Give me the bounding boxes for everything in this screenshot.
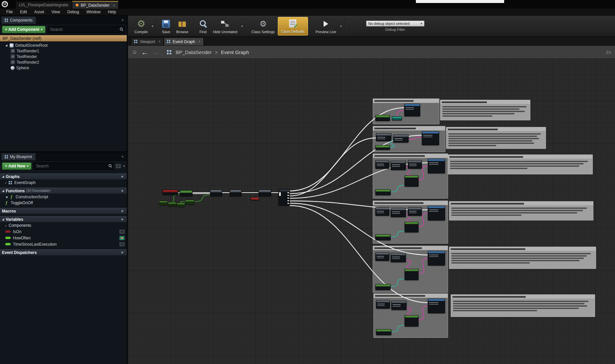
toolbar-button-browse[interactable]: Browse xyxy=(173,17,192,35)
section-header-functions[interactable]: ◢Functions(20 Overridable)+ xyxy=(0,188,127,194)
blueprint-node-gray[interactable] xyxy=(391,161,406,170)
eye-icon[interactable] xyxy=(119,229,125,234)
toolbar-button-hide-unrelated[interactable]: Hide Unrelated xyxy=(210,17,240,35)
toolbar-button-save[interactable]: Save xyxy=(159,17,173,35)
blueprint-node-green-pure[interactable] xyxy=(168,202,177,206)
blueprint-node-red[interactable] xyxy=(163,190,178,195)
blueprint-node-blue[interactable] xyxy=(428,251,445,266)
menu-item-help[interactable]: Help xyxy=(104,9,120,16)
blueprint-node-gray[interactable] xyxy=(393,135,409,143)
debug-object-select[interactable]: No debug object selected▾ xyxy=(366,21,424,27)
chevron-down-icon[interactable]: ▾ xyxy=(123,164,125,168)
component-tree-item-textrender1[interactable]: ATextRender1 xyxy=(0,48,127,54)
blueprint-node-blue[interactable] xyxy=(404,104,420,116)
tab-components[interactable]: Components xyxy=(1,17,36,24)
blueprint-node-gray[interactable] xyxy=(376,300,390,309)
blueprint-node-gray[interactable] xyxy=(375,252,389,261)
component-tree-item-defaultsceneroot[interactable]: ◢DefaultSceneRoot xyxy=(0,42,127,48)
eye-icon[interactable] xyxy=(119,236,125,240)
components-search-input[interactable] xyxy=(48,26,124,33)
expander-icon[interactable]: ◢ xyxy=(5,44,8,47)
blueprint-node-green[interactable] xyxy=(375,189,391,195)
breadcrumb-item-bp-datasender[interactable]: BP_DataSender xyxy=(176,49,211,55)
back-arrow-icon[interactable]: ← xyxy=(141,49,148,56)
blueprint-node-gray[interactable] xyxy=(230,190,242,196)
menu-item-edit[interactable]: Edit xyxy=(16,9,31,16)
menu-item-debug[interactable]: Debug xyxy=(64,9,83,16)
blueprint-node-gray[interactable] xyxy=(210,190,222,196)
blueprint-node-green[interactable] xyxy=(375,234,391,240)
expander-icon[interactable]: ▸ xyxy=(5,224,7,227)
blueprint-node-green[interactable] xyxy=(375,115,390,121)
expander-icon[interactable]: ◢ xyxy=(2,175,4,178)
toolbar-button-class-defaults[interactable]: Class Defaults xyxy=(278,17,308,35)
blueprint-node-green-pure[interactable] xyxy=(177,203,185,207)
toolbar-button-class-settings[interactable]: ⚙Class Settings xyxy=(249,17,278,35)
chevron-down-icon[interactable]: ▾ xyxy=(151,25,154,28)
blueprint-node-gray[interactable] xyxy=(391,208,406,217)
add-section-button[interactable]: + xyxy=(119,209,125,213)
blueprint-node-gray[interactable] xyxy=(408,207,422,216)
add-component-button[interactable]: + Add Component ▾ xyxy=(2,26,45,33)
blueprint-node-gray[interactable] xyxy=(375,160,389,169)
blueprint-node-green[interactable] xyxy=(405,315,419,327)
comment-box[interactable] xyxy=(449,201,593,220)
chevron-down-icon[interactable]: ▾ xyxy=(240,25,244,28)
add-section-button[interactable]: + xyxy=(119,188,125,193)
toolbar-button-compile[interactable]: ⚙Compile xyxy=(131,17,151,35)
blueprint-node-green-pure[interactable] xyxy=(159,201,168,205)
close-icon[interactable]: × xyxy=(120,154,125,160)
menu-item-window[interactable]: Window xyxy=(83,9,104,16)
expander-icon[interactable]: ▸ xyxy=(5,181,7,184)
comment-box[interactable] xyxy=(451,294,595,317)
self-component-row[interactable]: BP_DataSender (self) xyxy=(0,35,127,42)
event-graph-canvas[interactable] xyxy=(128,58,615,364)
variable-row-howoften[interactable]: HowOften xyxy=(0,235,127,241)
forward-arrow-icon[interactable]: → xyxy=(152,49,160,56)
blueprint-node-green[interactable] xyxy=(376,329,391,335)
add-section-button[interactable]: + xyxy=(119,174,125,179)
chevron-down-icon[interactable]: ▾ xyxy=(339,25,343,28)
close-icon[interactable]: × xyxy=(158,40,160,43)
add-section-button[interactable]: + xyxy=(119,250,125,255)
blueprint-row-constructionscript[interactable]: ★ƒConstructionScript xyxy=(0,194,127,200)
visibility-filter-button[interactable] xyxy=(115,164,121,168)
blueprint-node-gray[interactable] xyxy=(408,160,422,169)
section-header-graphs[interactable]: ◢Graphs+ xyxy=(0,173,127,180)
blueprint-node-green[interactable] xyxy=(375,145,390,150)
blueprint-node-red-pure[interactable] xyxy=(251,197,259,200)
expander-icon[interactable]: ◢ xyxy=(2,218,4,221)
my-blueprint-search-input[interactable] xyxy=(34,163,114,169)
asset-tab-lvl-pixotopedataintegratio[interactable]: LVL_PixotopeDataIntegratio xyxy=(15,1,72,9)
asset-tab-bp-datasender[interactable]: BP_DataSender× xyxy=(72,1,118,9)
breadcrumb-item-event-graph[interactable]: Event Graph xyxy=(221,49,249,55)
blueprint-node-green[interactable] xyxy=(375,284,391,290)
expander-icon[interactable]: ◢ xyxy=(2,189,4,192)
close-icon[interactable]: × xyxy=(198,40,200,43)
comment-box[interactable] xyxy=(449,247,596,269)
menu-item-asset[interactable]: Asset xyxy=(31,9,48,16)
add-new-button[interactable]: + Add New ▾ xyxy=(2,162,32,170)
close-icon[interactable]: × xyxy=(120,18,125,24)
blueprint-row-toggleonoff[interactable]: ƒToggleOnOff xyxy=(0,200,127,206)
close-icon[interactable]: × xyxy=(113,3,115,7)
menu-item-file[interactable]: File xyxy=(3,9,16,16)
favorite-star-icon[interactable]: ☆ xyxy=(132,49,137,56)
blueprint-row-eventgraph[interactable]: ▸EventGraph xyxy=(0,180,127,186)
blueprint-node-gray[interactable] xyxy=(391,253,406,262)
comment-box[interactable] xyxy=(448,154,593,174)
blueprint-node-gray[interactable] xyxy=(259,190,271,196)
section-header-variables[interactable]: ◢Variables+ xyxy=(0,216,127,222)
blueprint-node-green[interactable] xyxy=(405,269,419,280)
component-tree-item-sphere[interactable]: Sphere xyxy=(0,65,127,71)
component-tree-item-textrender2[interactable]: ATextRender2 xyxy=(0,59,127,65)
blueprint-node-green-pure[interactable] xyxy=(185,200,194,205)
blueprint-node-teal[interactable] xyxy=(392,116,402,120)
blueprint-node-gray[interactable] xyxy=(375,207,389,216)
blueprint-node-sequence[interactable] xyxy=(278,189,290,206)
blueprint-node-blue[interactable] xyxy=(428,299,445,313)
comment-box[interactable] xyxy=(446,127,546,149)
section-header-event-dispatchers[interactable]: Event Dispatchers+ xyxy=(0,249,127,256)
blueprint-node-gray[interactable] xyxy=(376,133,391,141)
toolbar-button-preview-live[interactable]: Preview Live xyxy=(313,17,339,35)
